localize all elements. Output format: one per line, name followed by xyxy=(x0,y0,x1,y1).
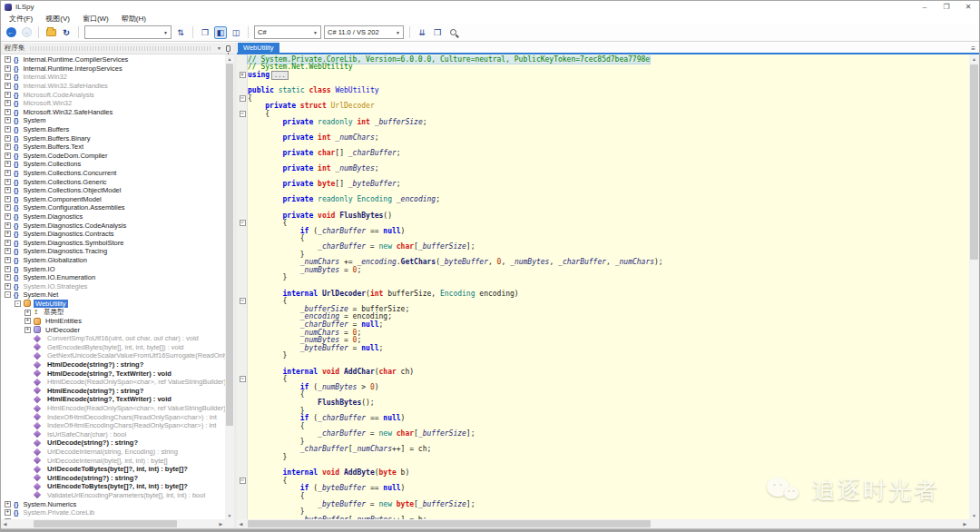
expand-icon[interactable]: + xyxy=(5,100,11,106)
tree-horizontal-scrollbar[interactable]: ◀ ▶ xyxy=(1,519,225,528)
expand-icon[interactable]: + xyxy=(5,153,11,159)
fold-collapse-icon[interactable]: − xyxy=(240,376,246,382)
expand-icon[interactable]: + xyxy=(5,509,11,516)
tree-item[interactable]: HtmlEncode(string?, TextWriter) : void xyxy=(1,395,225,404)
tree-item[interactable]: UrlDecodeInternal(byte[], int, int) : by… xyxy=(1,456,225,465)
expand-icon[interactable]: + xyxy=(5,213,11,220)
code-line[interactable]: _numChars = 0; xyxy=(237,329,969,337)
code-line[interactable]: _charBuffer = new char[_bufferSize]; xyxy=(237,242,969,251)
tree-item[interactable]: ConvertSmpToUtf16(uint, out char, out ch… xyxy=(1,334,225,343)
expand-icon[interactable]: + xyxy=(5,283,11,290)
language-version-select[interactable]: C# 11.0 / VS 202▼ xyxy=(324,25,404,39)
expand-icon[interactable]: + xyxy=(5,187,11,193)
expand-icon[interactable]: + xyxy=(5,126,11,133)
fold-collapse-icon[interactable]: − xyxy=(240,298,246,304)
code-view[interactable]: // System.Private.CoreLib, Version=6.0.0… xyxy=(237,54,979,528)
code-line[interactable]: public static class WebUtility xyxy=(237,86,969,94)
code-line[interactable]: { xyxy=(237,492,969,500)
code-line[interactable]: _numChars += _encoding.GetChars(_byteBuf… xyxy=(237,258,969,266)
tree-item[interactable]: IsUrlSafeChar(char) : bool xyxy=(1,430,225,439)
code-line[interactable]: { xyxy=(237,391,969,399)
scroll-left-icon[interactable]: ◀ xyxy=(1,519,9,528)
tree-item[interactable]: +{}Internal.Win32 xyxy=(1,73,225,82)
expand-icon[interactable]: + xyxy=(5,74,11,80)
tree-item[interactable]: GetEncodedBytes(byte[], int, int, byte[]… xyxy=(1,343,225,352)
code-line[interactable] xyxy=(237,360,969,368)
expand-icon[interactable]: + xyxy=(5,83,11,89)
code-line[interactable]: +using... xyxy=(237,71,969,79)
tree-item[interactable]: +UrlDecoder xyxy=(1,325,225,334)
tree-item[interactable]: +{}Internal.Runtime.InteropServices xyxy=(1,64,225,74)
toggle-decompile-pane-icon[interactable]: ◧ xyxy=(214,26,227,39)
code-line[interactable]: } xyxy=(237,438,969,446)
tree-item[interactable]: +{}System.CodeDom.Compiler xyxy=(1,152,225,161)
expand-icon[interactable]: + xyxy=(5,274,11,281)
code-line[interactable]: _byteBuffer = new byte[_bufferSize]; xyxy=(237,500,969,508)
scroll-right-icon[interactable]: ▶ xyxy=(217,519,225,528)
code-line[interactable]: private struct UrlDecoder xyxy=(237,103,969,111)
compare-panes-icon[interactable]: ◫ xyxy=(230,26,242,39)
tree-item[interactable]: UrlDecode(string?) : string? xyxy=(1,438,225,448)
code-line[interactable]: − { xyxy=(237,375,969,383)
open-folder-icon[interactable] xyxy=(44,26,57,39)
code-vertical-scrollbar[interactable]: ▲ ▼ xyxy=(969,54,979,519)
code-line[interactable]: FlushBytes(); xyxy=(237,399,969,407)
tree-item[interactable]: UrlDecodeInternal(string, Encoding) : st… xyxy=(1,448,225,457)
menu-item-2[interactable]: 窗口(W) xyxy=(76,14,115,24)
expand-icon[interactable]: + xyxy=(5,248,11,254)
code-line[interactable] xyxy=(237,203,969,212)
expand-icon[interactable]: + xyxy=(5,65,11,72)
menu-item-1[interactable]: 视图(V) xyxy=(39,14,76,24)
expand-icon[interactable]: + xyxy=(5,240,11,246)
group-by-icon[interactable]: ⇊ xyxy=(416,26,428,39)
expand-icon[interactable]: + xyxy=(5,501,11,507)
tree-item[interactable]: HtmlEncode(string?) : string? xyxy=(1,387,225,396)
code-line[interactable] xyxy=(237,142,969,150)
tree-item[interactable]: +{}Microsoft.Win32.SafeHandles xyxy=(1,108,225,117)
tree-item[interactable]: GetNextUnicodeScalarValueFromUtf16Surrog… xyxy=(1,351,225,360)
code-line[interactable]: { xyxy=(237,235,969,243)
tree-item[interactable]: +{}System.IO.Strategies xyxy=(1,281,225,291)
tree-item[interactable]: -{}System.Net xyxy=(1,291,225,300)
tree-item[interactable]: HtmlDecode(ReadOnlySpan<char>, ref Value… xyxy=(1,378,225,387)
code-line[interactable]: } xyxy=(237,251,969,259)
tree-item[interactable]: +{}System.Collections xyxy=(1,160,225,169)
pin-icon[interactable] xyxy=(226,45,230,52)
code-line[interactable]: if (_charBuffer == null) xyxy=(237,227,969,235)
assembly-list-select[interactable]: ▼ xyxy=(84,25,172,39)
expand-icon[interactable]: + xyxy=(5,161,11,167)
code-line[interactable]: internal UrlDecoder(int bufferSize, Enco… xyxy=(237,290,969,298)
tree-item[interactable]: +{}System.Collections.Concurrent xyxy=(1,169,225,178)
code-line[interactable]: internal void AddByte(byte b) xyxy=(237,468,969,477)
code-line[interactable]: private void FlushBytes() xyxy=(237,212,969,220)
tree-hscroll-thumb[interactable] xyxy=(34,520,177,527)
code-horizontal-scrollbar[interactable]: ◀ ▶ xyxy=(237,519,969,528)
expand-icon[interactable]: + xyxy=(5,179,11,185)
collapse-icon[interactable]: - xyxy=(15,300,21,307)
window-layout-icon[interactable]: ❐ xyxy=(199,26,211,39)
tree-item[interactable]: +{}System.Diagnostics xyxy=(1,212,225,222)
scroll-right-icon[interactable]: ▶ xyxy=(961,519,969,528)
code-line[interactable]: _encoding = encoding; xyxy=(237,313,969,321)
tree-item[interactable]: +{}System.Configuration.Assemblies xyxy=(1,203,225,212)
code-line[interactable]: _numBytes = 0; xyxy=(237,336,969,344)
tree-item[interactable]: +{}System.Collections.ObjectModel xyxy=(1,186,225,195)
code-line[interactable]: _numBytes = 0; xyxy=(237,266,969,274)
tree-item[interactable]: +↥基类型 xyxy=(1,308,225,317)
code-hscroll-thumb[interactable] xyxy=(248,520,651,527)
code-line[interactable]: _bufferSize = bufferSize; xyxy=(237,305,969,313)
tree-vscroll-thumb[interactable] xyxy=(226,64,233,426)
code-line[interactable] xyxy=(237,281,969,290)
code-line[interactable]: _charBuffer = new char[_bufferSize]; xyxy=(237,430,969,438)
tree-item[interactable]: ValidateUrlEncodingParameters(byte[], in… xyxy=(1,491,225,500)
tree-item[interactable]: HtmlEncode(ReadOnlySpan<char>, ref Value… xyxy=(1,404,225,413)
collapse-icon[interactable]: - xyxy=(5,291,11,298)
fold-collapse-icon[interactable]: − xyxy=(240,111,246,117)
tab-webutility[interactable]: WebUtility xyxy=(238,43,279,53)
language-select[interactable]: C#▼ xyxy=(254,25,321,39)
tree-item[interactable]: HtmlDecode(string?) : string? xyxy=(1,360,225,369)
tree-item[interactable]: -WebUtility xyxy=(1,300,225,309)
code-line[interactable]: if (_charBuffer == null) xyxy=(237,414,969,422)
options-icon[interactable]: ❒ xyxy=(431,26,444,39)
panel-menu-icon[interactable]: ▼ xyxy=(217,45,221,51)
